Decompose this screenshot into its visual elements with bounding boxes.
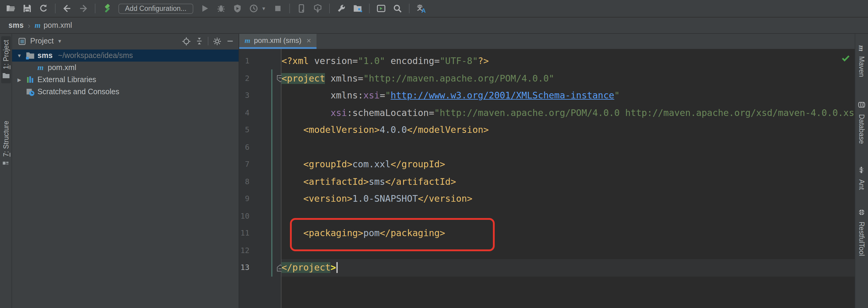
- tool-button-label: Maven: [858, 56, 865, 77]
- project-panel-header: Project ▼: [12, 34, 239, 48]
- debug-icon: [216, 4, 226, 13]
- collapse-all-icon[interactable]: [194, 36, 204, 46]
- line-number: 5: [239, 121, 281, 138]
- tree-item-sms[interactable]: ▼sms~/workspace/idea/sms: [12, 50, 239, 62]
- code-line[interactable]: 9 <version>1.0-SNAPSHOT</version>: [239, 190, 855, 208]
- chevron-right-icon[interactable]: ▶: [16, 77, 23, 83]
- tool-button-maven[interactable]: mMaven: [858, 39, 866, 81]
- tree-item-pom-xml[interactable]: mpom.xml: [12, 62, 239, 74]
- profiler-icon: [249, 4, 258, 13]
- run-icon: [199, 4, 209, 13]
- code-line[interactable]: 5 <modelVersion>4.0.0</modelVersion>: [239, 121, 855, 138]
- wrench-icon[interactable]: [336, 4, 346, 13]
- run-anything-icon[interactable]: [376, 4, 386, 13]
- code-line-text: xsi:schemaLocation="http://maven.apache.…: [281, 104, 855, 121]
- main-toolbar: Add Configuration...▼A: [0, 0, 868, 18]
- locate-icon[interactable]: [181, 36, 191, 46]
- code-line[interactable]: 7 <groupId>com.xxl</groupId>: [239, 156, 855, 173]
- ide-window: Add Configuration...▼A sms › m pom.xml 1…: [0, 0, 868, 308]
- tool-button-structure[interactable]: 7: Structure: [1, 117, 10, 170]
- breadcrumb: sms › m pom.xml: [0, 18, 868, 34]
- build-hammer-icon[interactable]: [102, 4, 112, 13]
- globe-icon: [858, 208, 866, 219]
- tool-button-label: Ant: [858, 179, 865, 190]
- code-editor[interactable]: 1<?xml version="1.0" encoding="UTF-8"?>2…: [239, 49, 855, 308]
- tree-item-label: Scratches and Consoles: [37, 88, 119, 96]
- back-icon[interactable]: [62, 4, 72, 13]
- project-structure-icon[interactable]: [352, 4, 362, 13]
- structure-icon: [2, 158, 10, 166]
- line-number: 3: [239, 87, 281, 104]
- tool-button-project[interactable]: 1: Project: [1, 36, 10, 83]
- tree-item-path: ~/workspace/idea/sms: [58, 51, 133, 60]
- run-coverage-icon: [232, 4, 242, 13]
- code-line-text: [281, 138, 855, 156]
- project-view-icon: [17, 36, 27, 46]
- project-tree: ▼sms~/workspace/idea/smsmpom.xml▶Externa…: [12, 50, 239, 98]
- tool-button-restfultool[interactable]: RestfulTool: [857, 204, 866, 260]
- chevron-down-icon[interactable]: ▼: [16, 53, 23, 58]
- project-folder-icon: [25, 51, 35, 60]
- tool-button-ant[interactable]: Ant: [857, 162, 866, 193]
- code-line[interactable]: 3 xmlns:xsi="http://www.w3.org/2001/XMLS…: [239, 87, 855, 104]
- toolbar-separator: [55, 4, 56, 13]
- line-number: 9: [239, 190, 281, 208]
- code-line[interactable]: 6: [239, 138, 855, 156]
- tab-label: pom.xml (sms): [254, 36, 302, 45]
- tree-item-label: External Libraries: [37, 75, 96, 84]
- tool-button-database[interactable]: Database: [857, 96, 866, 147]
- line-number: 8: [239, 173, 281, 190]
- add-configuration-button[interactable]: Add Configuration...: [118, 3, 193, 13]
- code-line[interactable]: 1<?xml version="1.0" encoding="UTF-8"?>: [239, 53, 855, 70]
- code-line-text: <project xmlns="http://maven.apache.org/…: [281, 70, 855, 87]
- code-line-text: <packaging>pom</packaging>: [281, 225, 855, 242]
- code-line-text: [281, 242, 855, 259]
- code-line[interactable]: 10: [239, 208, 855, 225]
- tool-button-label: Database: [858, 114, 865, 144]
- code-line[interactable]: 12: [239, 242, 855, 259]
- breadcrumb-root[interactable]: sms: [8, 21, 24, 30]
- project-panel-title[interactable]: Project: [30, 37, 54, 45]
- search-everywhere-icon[interactable]: [392, 4, 402, 13]
- editor-column: m pom.xml (sms) ✕ 1<?xml version="1.0" e…: [239, 34, 855, 308]
- tree-item-label: sms: [37, 51, 53, 60]
- chevron-down-icon[interactable]: ▼: [57, 38, 62, 44]
- main-area: 1: Project7: Structure Project ▼: [0, 34, 868, 308]
- code-line[interactable]: 8 <artifactId>sms</artifactId>: [239, 173, 855, 190]
- line-number: 12: [239, 242, 281, 259]
- code-line-text: <modelVersion>4.0.0</modelVersion>: [281, 121, 855, 138]
- line-number: 13: [239, 259, 281, 276]
- translate-icon[interactable]: A: [416, 4, 426, 13]
- code-line[interactable]: 4 xsi:schemaLocation="http://maven.apach…: [239, 104, 855, 121]
- editor-tab-bar: m pom.xml (sms) ✕: [239, 34, 855, 49]
- inspection-ok-icon[interactable]: [841, 53, 850, 63]
- chevron-down-icon[interactable]: ▼: [261, 6, 266, 11]
- code-line[interactable]: 11 <packaging>pom</packaging>: [239, 225, 855, 242]
- left-tool-stripe: 1: Project7: Structure: [0, 34, 12, 308]
- libraries-icon: [25, 75, 35, 85]
- save-icon[interactable]: [22, 4, 32, 13]
- svg-text:A: A: [421, 7, 425, 13]
- minimize-icon[interactable]: [225, 36, 235, 46]
- open-icon[interactable]: [6, 4, 16, 13]
- tab-pom-xml[interactable]: m pom.xml (sms) ✕: [239, 34, 317, 49]
- line-number: 1: [239, 53, 281, 70]
- code-line-text: </project>: [281, 259, 855, 276]
- code-line-text: xmlns:xsi="http://www.w3.org/2001/XMLSch…: [281, 87, 855, 104]
- tree-item-scratches-and-consoles[interactable]: Scratches and Consoles: [12, 86, 239, 98]
- sync-icon[interactable]: [39, 4, 48, 13]
- tree-item-external-libraries[interactable]: ▶External Libraries: [12, 74, 239, 86]
- code-line-text: <version>1.0-SNAPSHOT</version>: [281, 190, 855, 208]
- stop-icon: [273, 4, 282, 13]
- gear-icon[interactable]: [212, 36, 222, 46]
- code-line[interactable]: 2<project xmlns="http://maven.apache.org…: [239, 70, 855, 87]
- toolbar-separator: [409, 4, 409, 13]
- maven-icon: m: [245, 36, 250, 45]
- line-number: 10: [239, 208, 281, 225]
- close-icon[interactable]: ✕: [306, 37, 311, 44]
- tool-button-label: RestfulTool: [858, 222, 865, 256]
- line-number: 4: [239, 104, 281, 121]
- code-line[interactable]: 13</project>: [239, 259, 855, 276]
- maven-icon: m: [35, 21, 40, 30]
- breadcrumb-file[interactable]: pom.xml: [43, 21, 72, 30]
